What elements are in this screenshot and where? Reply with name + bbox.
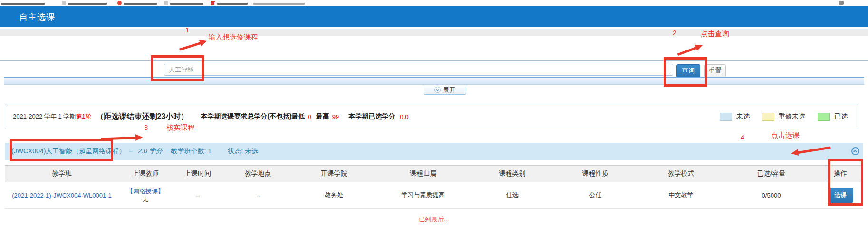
bookmark-item[interactable] bbox=[170, 3, 203, 5]
step3-arrow-icon bbox=[101, 135, 143, 136]
class-belonging: 学习与素质提高 bbox=[376, 182, 471, 209]
class-mode: 中文教学 bbox=[637, 182, 725, 209]
col-header-class: 教学班 bbox=[5, 166, 119, 182]
class-nature: 公任 bbox=[554, 182, 637, 209]
semester-info-panel: 2021-2022 学年 1 学期 第1轮 （距选课结束还剩23小时） 本学期选… bbox=[5, 104, 858, 129]
credit-requirement-label: 本学期选课要求总学分(不包括)最低 bbox=[201, 112, 305, 121]
legend-label: 未选 bbox=[736, 112, 750, 121]
expand-toggle[interactable]: 展开 bbox=[424, 85, 466, 95]
step2-number: 2 bbox=[673, 29, 676, 37]
step3-highlight-box bbox=[10, 139, 113, 161]
expand-label: 展开 bbox=[443, 86, 455, 94]
course-search-input[interactable] bbox=[164, 64, 673, 76]
class-category: 任选 bbox=[471, 182, 554, 209]
col-header-nature: 课程性质 bbox=[554, 166, 637, 182]
unselected-swatch bbox=[720, 113, 732, 121]
folder-icon bbox=[164, 1, 168, 5]
class-id-link[interactable]: (2021-2022-1)-JWCX004-WL0001-1 bbox=[12, 192, 112, 199]
step4-label: 点击选课 bbox=[771, 131, 800, 140]
col-header-college: 开课学院 bbox=[292, 166, 376, 182]
col-header-capacity: 已选/容量 bbox=[725, 166, 818, 182]
round-label: 第1轮 bbox=[76, 112, 91, 121]
step2-arrow-icon bbox=[677, 43, 702, 52]
step4-highlight-box bbox=[828, 159, 863, 206]
class-capacity: 0/5000 bbox=[725, 182, 818, 209]
search-panel: 查询 重置 bbox=[0, 60, 868, 77]
class-table: 教学班 上课教师 上课时间 教学地点 开课学院 课程归属 课程类别 课程性质 教… bbox=[5, 165, 863, 209]
selected-credit-label: 本学期已选学分 bbox=[348, 112, 395, 121]
course-status: 状态: 未选 bbox=[228, 147, 258, 156]
max-credit-value: 99 bbox=[332, 113, 339, 120]
col-header-teacher: 上课教师 bbox=[119, 166, 172, 182]
step3-number: 3 bbox=[144, 123, 148, 131]
col-header-place: 教学地点 bbox=[223, 166, 292, 182]
min-credit-value: 0 bbox=[308, 113, 311, 120]
course-selection-page: 自主选课 查询 重置 展开 2021-2022 学年 1 学期 第1轮 （距选课… bbox=[0, 0, 868, 229]
semester-label: 2021-2022 学年 1 学期 bbox=[13, 112, 76, 121]
browser-bookmarks-bar bbox=[0, 0, 868, 6]
course-header-bar[interactable]: (JWCX004)人工智能（超星网络课程） － 2.0 学分 教学班个数: 1 … bbox=[5, 143, 863, 160]
chevron-down-circle-icon bbox=[434, 87, 441, 93]
step1-number: 1 bbox=[185, 26, 189, 34]
col-header-belonging: 课程归属 bbox=[376, 166, 471, 182]
class-college: 教务处 bbox=[292, 182, 376, 209]
step2-highlight-box bbox=[664, 57, 707, 87]
step2-label: 点击查询 bbox=[701, 30, 729, 39]
collapse-course-button[interactable] bbox=[851, 147, 859, 155]
col-header-time: 上课时间 bbox=[172, 166, 223, 182]
legend-item-retake: 重修未选 bbox=[762, 112, 805, 121]
col-header-mode: 教学模式 bbox=[637, 166, 725, 182]
table-row: (2021-2022-1)-JWCX004-WL0001-1 【网络授课】 无 … bbox=[5, 182, 863, 209]
legend-item-unselected: 未选 bbox=[720, 112, 750, 121]
class-time: -- bbox=[172, 182, 223, 209]
bookmarks-overflow-icon[interactable] bbox=[839, 1, 844, 5]
retake-swatch bbox=[762, 113, 774, 121]
table-header-row: 教学班 上课教师 上课时间 教学地点 开课学院 课程归属 课程类别 课程性质 教… bbox=[5, 166, 863, 182]
course-credits: 2.0 学分 bbox=[138, 147, 162, 156]
app-header: 自主选课 bbox=[0, 6, 868, 27]
selected-swatch bbox=[818, 113, 830, 121]
max-credit-label: 最高 bbox=[316, 112, 329, 121]
bookmark-item[interactable] bbox=[68, 3, 107, 5]
legend-item-selected: 已选 bbox=[818, 112, 848, 121]
bookmark-item[interactable] bbox=[1, 3, 45, 5]
reset-button[interactable]: 重置 bbox=[704, 64, 726, 78]
bookmark-item[interactable] bbox=[253, 3, 305, 5]
end-of-list-text: 已到最后... bbox=[0, 215, 868, 224]
status-legend: 未选 重修未选 已选 bbox=[720, 112, 848, 121]
page-title: 自主选课 bbox=[19, 11, 55, 23]
teacher-name: 无 bbox=[119, 195, 172, 203]
bookmark-item[interactable] bbox=[217, 3, 248, 5]
folder-icon bbox=[62, 1, 66, 5]
deadline-label: （距选课结束还剩23小时） bbox=[96, 112, 188, 122]
teacher-tag: 【网络授课】 bbox=[119, 187, 172, 195]
selected-credit-value: 0.0 bbox=[400, 113, 408, 120]
bookmark-item[interactable] bbox=[124, 3, 157, 5]
step1-highlight-box bbox=[151, 55, 204, 81]
panel-bottom-strip bbox=[4, 77, 864, 85]
favicon-red-circle-icon bbox=[117, 1, 122, 5]
step1-arrow-icon bbox=[179, 39, 206, 47]
legend-label: 重修未选 bbox=[779, 112, 805, 121]
step1-label: 输入想选修课程 bbox=[208, 33, 258, 42]
step3-label: 核实课程 bbox=[166, 123, 195, 132]
course-class-count: 教学班个数: 1 bbox=[171, 147, 212, 156]
step4-number: 4 bbox=[741, 133, 744, 141]
class-place: -- bbox=[223, 182, 292, 209]
legend-label: 已选 bbox=[834, 112, 848, 121]
semester-info-text: 2021-2022 学年 1 学期 第1轮 （距选课结束还剩23小时） 本学期选… bbox=[13, 112, 408, 122]
sub-header-strip bbox=[0, 29, 868, 36]
favicon-red-square-icon bbox=[211, 1, 215, 5]
col-header-category: 课程类别 bbox=[471, 166, 554, 182]
